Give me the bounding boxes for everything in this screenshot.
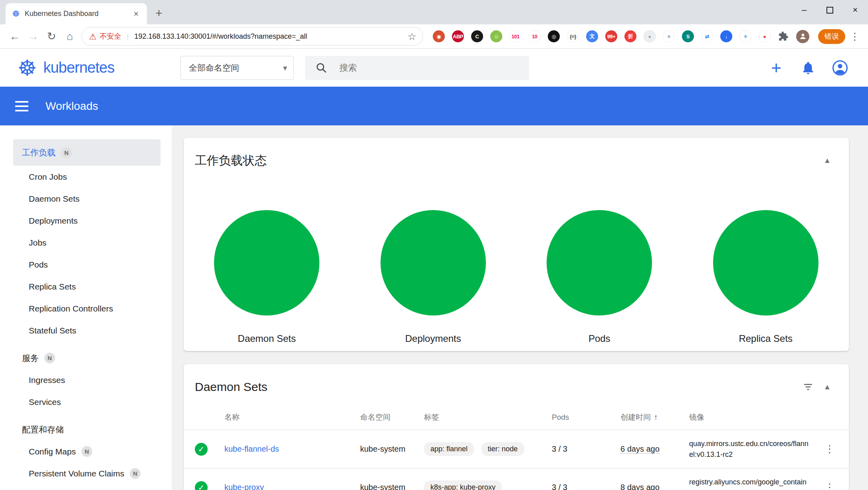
window-controls: – × <box>791 0 868 20</box>
smiley-extension-icon[interactable]: ☺ <box>490 30 502 42</box>
create-resource-button[interactable]: + <box>767 59 785 77</box>
sidebar-item-deployments[interactable]: Deployments <box>13 210 161 232</box>
adblock-plus-extension-icon[interactable]: ABP <box>452 30 464 42</box>
created-cell: 8 days ago <box>620 483 689 490</box>
search-input[interactable]: 搜索 <box>305 56 529 80</box>
badge-99-extension-icon[interactable]: 99+ <box>605 30 617 42</box>
namespace-cell: kube-system <box>360 483 424 490</box>
sidebar-item-service[interactable]: 服务 N <box>13 347 161 369</box>
sidebar-item-stateful-sets[interactable]: Stateful Sets <box>13 319 161 341</box>
extensions-puzzle-icon[interactable] <box>775 28 791 44</box>
sidebar-item-label: Daemon Sets <box>29 194 79 204</box>
sidebar-item-label: 工作负载 <box>22 147 55 158</box>
deployments-chart: Deployments <box>350 210 517 344</box>
sort-ascending-icon: ↑ <box>654 413 658 422</box>
json-formatter-extension-icon[interactable]: {≡} <box>567 30 579 42</box>
s-teal-extension-icon[interactable]: S <box>682 30 694 42</box>
sidebar-item-ingresses[interactable]: Ingresses <box>13 369 161 391</box>
chevron-down-icon: ▾ <box>283 63 287 73</box>
replica-sets-chart: Replica Sets <box>683 210 849 344</box>
home-button[interactable]: ⌂ <box>61 27 79 46</box>
namespace-select[interactable]: 全部命名空间 ▾ <box>180 56 294 80</box>
window-minimize-button[interactable]: – <box>791 0 817 20</box>
search-placeholder: 搜索 <box>339 62 357 74</box>
header-actions: + <box>767 59 849 77</box>
proxy-extension-icon[interactable]: ◉ <box>433 30 445 42</box>
sidebar-item-label: Deployments <box>29 216 78 226</box>
column-header-created[interactable]: 创建时间↑ <box>620 412 689 423</box>
sidebar-item-label: 配置和存储 <box>22 424 64 435</box>
window-maximize-button[interactable] <box>817 0 842 20</box>
sidebar-item-jobs[interactable]: Jobs <box>13 232 161 254</box>
row-actions-button[interactable]: ⋮ <box>822 480 838 490</box>
sidebar-item-label: Replication Controllers <box>29 304 113 313</box>
tab-title: Kubernetes Dashboard <box>25 10 125 18</box>
sidebar-item-label: Replica Sets <box>29 282 76 292</box>
address-bar[interactable]: ⚠ 不安全 | 192.168.133.140:30001/#/workload… <box>81 27 423 46</box>
sidebar-item-label: Pods <box>29 260 48 270</box>
pods-cell: 3 / 3 <box>552 483 620 490</box>
asterisk-extension-icon[interactable]: ✳ <box>739 30 751 42</box>
sidebar-item-services[interactable]: Services <box>13 391 161 413</box>
column-header-pods: Pods <box>552 413 620 422</box>
bookmark-star-icon[interactable]: ☆ <box>408 31 416 42</box>
browser-menu-icon[interactable]: ⋮ <box>847 28 863 44</box>
sidebar-item-persistent-volume-claims[interactable]: Persistent Volume Claims N <box>13 462 161 484</box>
discount-extension-icon[interactable]: 折 <box>624 30 636 42</box>
pie-chart <box>547 210 652 315</box>
translate-extension-icon[interactable]: 文 <box>586 30 598 42</box>
sidebar-item-workloads[interactable]: 工作负载 N <box>13 139 161 166</box>
sidebar-item-config-storage[interactable]: 配置和存储 <box>13 419 161 440</box>
back-button[interactable]: ← <box>6 27 24 46</box>
reload-button[interactable]: ↻ <box>42 27 61 46</box>
tab-close-icon[interactable]: × <box>130 8 142 20</box>
sidebar-item-replication-controllers[interactable]: Replication Controllers <box>13 298 161 319</box>
timer-10-extension-icon[interactable]: 10 <box>529 30 541 42</box>
sidebar-item-cron-jobs[interactable]: Cron Jobs <box>13 166 161 188</box>
list-extension-icon[interactable]: ≡ <box>663 30 675 42</box>
sidebar-item-pods[interactable]: Pods <box>13 254 161 276</box>
kubernetes-logo-icon: ☸ <box>18 57 37 79</box>
forward-button[interactable]: → <box>24 27 42 46</box>
sidebar-item-config-maps[interactable]: Config Maps N <box>13 440 161 462</box>
person-gray-extension-icon[interactable]: ● <box>644 30 656 42</box>
collapse-card-button[interactable]: ▲ <box>818 377 837 397</box>
sidebar-item-label: Config Maps <box>29 447 76 456</box>
browser-navbar: ← → ↻ ⌂ ⚠ 不安全 | 192.168.133.140:30001/#/… <box>0 24 868 49</box>
daemonset-name-link[interactable]: kube-flannel-ds <box>224 444 360 454</box>
address-separator: | <box>127 32 129 41</box>
insecure-warning-icon[interactable]: ⚠ <box>89 32 97 41</box>
person-red-extension-icon[interactable]: ● <box>759 30 771 42</box>
hamburger-menu-icon[interactable] <box>15 97 33 115</box>
daemonset-name-link[interactable]: kube-proxy <box>224 483 360 490</box>
record-extension-icon[interactable]: ◎ <box>548 30 560 42</box>
browser-tab[interactable]: ☸ Kubernetes Dashboard × <box>6 3 147 24</box>
sidebar-item-replica-sets[interactable]: Replica Sets <box>13 276 161 298</box>
calculator-101-extension-icon[interactable]: 101 <box>509 30 521 42</box>
label-chip: tier: node <box>482 442 524 456</box>
window-close-button[interactable]: × <box>842 0 868 20</box>
card-title: Daemon Sets <box>195 380 799 394</box>
sidebar-item-label: Stateful Sets <box>29 326 76 335</box>
filter-icon[interactable] <box>799 377 818 397</box>
cat-extension-icon[interactable]: C <box>471 30 483 42</box>
url-text[interactable]: 192.168.133.140:30001/#/workloads?namesp… <box>135 32 404 41</box>
collapse-card-button[interactable]: ▲ <box>818 151 837 170</box>
error-badge[interactable]: 错误 <box>818 29 845 44</box>
column-header-name[interactable]: 名称 <box>224 412 360 423</box>
kubernetes-brand[interactable]: ☸ kubernetes <box>18 57 173 79</box>
new-tab-button[interactable]: + <box>151 5 167 21</box>
namespaced-badge: N <box>81 446 92 457</box>
account-circle-icon[interactable] <box>831 59 849 77</box>
download-extension-icon[interactable]: ↓ <box>720 30 732 42</box>
insecure-label[interactable]: 不安全 <box>100 32 121 41</box>
row-actions-button[interactable]: ⋮ <box>822 441 838 457</box>
extension-toolbar: ◉ ABP C ☺ 101 10 ◎ {≡} 文 99+ 折 ● ≡ S ⇄ ↓… <box>433 30 771 42</box>
browser-window: ☸ Kubernetes Dashboard × + – × ← → ↻ ⌂ ⚠… <box>0 0 868 490</box>
profile-avatar[interactable] <box>796 30 809 43</box>
sidebar-item-daemon-sets[interactable]: Daemon Sets <box>13 188 161 210</box>
labels-cell: app: flannel tier: node <box>424 442 552 456</box>
sync-extension-icon[interactable]: ⇄ <box>701 30 713 42</box>
notifications-bell-icon[interactable] <box>799 59 817 77</box>
sidebar-nav: 工作负载 N Cron Jobs Daemon Sets Deployments… <box>0 125 172 490</box>
